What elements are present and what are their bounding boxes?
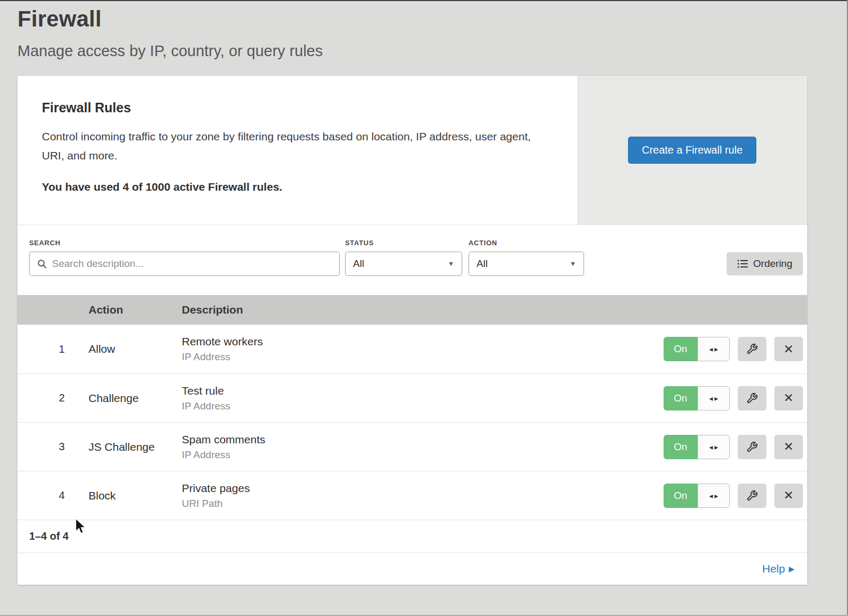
chevron-down-icon: ▼: [448, 260, 454, 267]
rule-enabled-toggle[interactable]: On ◂▸: [664, 484, 730, 508]
toggle-on-label: On: [664, 484, 697, 508]
toggle-arrows-icon[interactable]: ◂▸: [697, 435, 730, 459]
status-filter-group: STATUS All ▼: [340, 239, 462, 276]
search-icon: [37, 258, 47, 269]
rule-controls: On ◂▸ ✕: [664, 484, 803, 508]
rule-field-type: IP Address: [182, 449, 664, 461]
card-header-text: Firewall Rules Control incoming traffic …: [17, 76, 577, 225]
column-header-action: Action: [89, 303, 182, 316]
toggle-on-label: On: [664, 337, 697, 361]
page-header: Firewall Manage access by IP, country, o…: [0, 0, 848, 60]
help-arrow-icon: ▶: [789, 565, 794, 573]
ordering-button-label: Ordering: [753, 258, 792, 270]
rule-description: Remote workers: [182, 335, 664, 348]
help-link-label: Help: [762, 563, 785, 575]
rule-controls: On ◂▸ ✕: [664, 435, 803, 459]
rule-controls: On ◂▸ ✕: [664, 337, 803, 361]
table-row: 4 Block Private pages URI Path On ◂▸ ✕: [17, 471, 807, 520]
close-icon: ✕: [783, 392, 793, 404]
wrench-icon: [746, 392, 758, 404]
help-bar: Help ▶: [17, 552, 807, 585]
filter-bar: SEARCH STATUS All ▼ ACTION All ▼: [17, 225, 807, 295]
rule-number: 1: [17, 343, 89, 355]
rule-field-type: IP Address: [182, 400, 664, 412]
rule-action: Allow: [89, 343, 182, 355]
card-header-action-panel: Create a Firewall rule: [577, 76, 807, 225]
page-subtitle: Manage access by IP, country, or query r…: [17, 42, 848, 60]
rule-enabled-toggle[interactable]: On ◂▸: [664, 386, 730, 410]
card-header: Firewall Rules Control incoming traffic …: [17, 76, 807, 225]
action-filter-group: ACTION All ▼: [462, 239, 584, 276]
rule-enabled-toggle[interactable]: On ◂▸: [664, 435, 730, 459]
table-row: 3 JS Challenge Spam comments IP Address …: [17, 422, 807, 471]
toggle-on-label: On: [664, 386, 697, 410]
close-icon: ✕: [783, 489, 793, 502]
ordering-button[interactable]: Ordering: [727, 252, 803, 275]
status-select-value: All: [353, 258, 364, 270]
edit-rule-button[interactable]: [738, 337, 766, 361]
wrench-icon: [746, 343, 758, 355]
search-label: SEARCH: [29, 239, 340, 247]
rule-action: Challenge: [89, 392, 182, 405]
search-box[interactable]: [29, 252, 340, 276]
rule-field-type: IP Address: [182, 351, 664, 363]
card-heading: Firewall Rules: [42, 100, 545, 115]
chevron-down-icon: ▼: [570, 260, 576, 267]
help-link[interactable]: Help ▶: [762, 563, 794, 575]
action-select-value: All: [476, 258, 488, 270]
rule-controls: On ◂▸ ✕: [664, 386, 803, 410]
column-header-description: Description: [182, 303, 807, 316]
pagination: 1–4 of 4: [17, 520, 807, 552]
table-row: 2 Challenge Test rule IP Address On ◂▸ ✕: [17, 373, 807, 422]
action-select[interactable]: All ▼: [469, 252, 584, 276]
edit-rule-button[interactable]: [738, 435, 766, 459]
rule-description: Spam comments: [182, 433, 664, 446]
rule-number: 3: [17, 441, 89, 453]
rules-usage-text: You have used 4 of 1000 active Firewall …: [42, 181, 545, 193]
table-header-row: Action Description: [17, 295, 807, 325]
search-input[interactable]: [52, 252, 339, 275]
status-select[interactable]: All ▼: [345, 252, 462, 276]
firewall-rules-card: Firewall Rules Control incoming traffic …: [17, 76, 807, 585]
toggle-arrows-icon[interactable]: ◂▸: [697, 337, 730, 361]
rule-description: Test rule: [182, 385, 664, 397]
window-edge-top: [0, 0, 848, 1]
page-title: Firewall: [17, 6, 848, 32]
close-icon: ✕: [783, 343, 793, 355]
wrench-icon: [746, 441, 758, 453]
toggle-arrows-icon[interactable]: ◂▸: [697, 484, 730, 508]
close-icon: ✕: [783, 441, 793, 453]
edit-rule-button[interactable]: [738, 484, 766, 508]
rule-action: JS Challenge: [89, 441, 182, 453]
delete-rule-button[interactable]: ✕: [774, 484, 803, 508]
delete-rule-button[interactable]: ✕: [774, 337, 803, 361]
delete-rule-button[interactable]: ✕: [774, 435, 803, 459]
wrench-icon: [746, 490, 758, 502]
ordering-list-icon: [737, 259, 748, 269]
rule-number: 2: [17, 392, 89, 404]
create-firewall-rule-button[interactable]: Create a Firewall rule: [628, 137, 756, 164]
rule-enabled-toggle[interactable]: On ◂▸: [664, 337, 730, 361]
delete-rule-button[interactable]: ✕: [774, 386, 803, 410]
status-label: STATUS: [345, 239, 462, 247]
toggle-on-label: On: [664, 435, 697, 459]
search-filter-group: SEARCH: [29, 239, 340, 276]
rule-action: Block: [89, 489, 182, 502]
rules-table: 1 Allow Remote workers IP Address On ◂▸ …: [17, 325, 807, 520]
toggle-arrows-icon[interactable]: ◂▸: [697, 386, 730, 410]
rule-field-type: URI Path: [182, 498, 664, 510]
edit-rule-button[interactable]: [738, 386, 766, 410]
rule-description: Private pages: [182, 482, 664, 495]
action-label: ACTION: [469, 239, 584, 247]
rule-number: 4: [17, 489, 89, 502]
card-description: Control incoming traffic to your zone by…: [42, 127, 545, 165]
table-row: 1 Allow Remote workers IP Address On ◂▸ …: [17, 325, 807, 373]
